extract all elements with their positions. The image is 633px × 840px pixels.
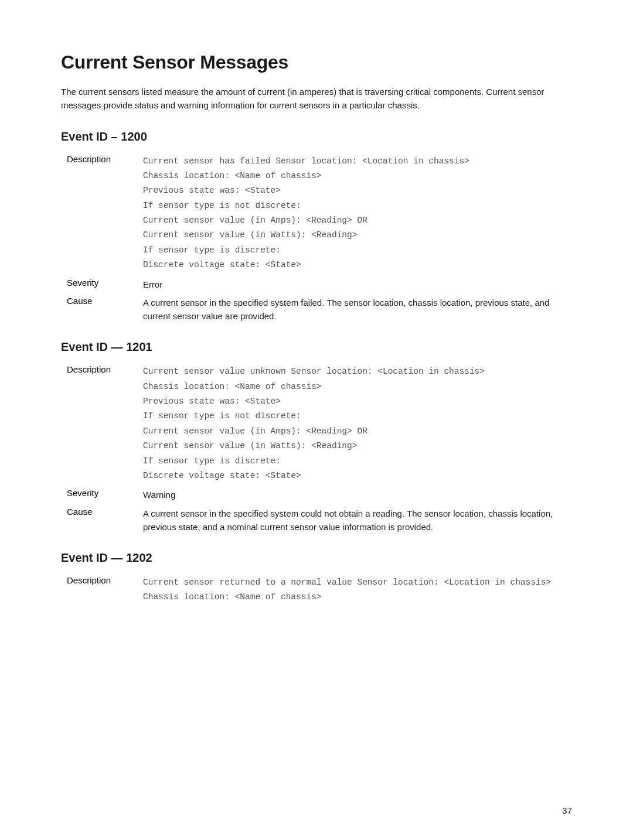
desc-line: Current sensor value unknown Sensor loca… (143, 364, 572, 379)
desc-line: Current sensor value (in Watts): <Readin… (143, 228, 572, 243)
desc-line: Current sensor returned to a normal valu… (143, 575, 572, 590)
event-table-1201: Description Current sensor value unknown… (61, 362, 572, 536)
label-cause: Cause (61, 293, 143, 326)
label-cause: Cause (61, 504, 143, 537)
event-table-1202: Description Current sensor returned to a… (61, 573, 572, 607)
desc-line: Current sensor value (in Watts): <Readin… (143, 439, 572, 453)
value-severity-1201: Warning (143, 486, 572, 504)
desc-line: If sensor type is discrete: (143, 243, 572, 258)
label-description: Description (61, 573, 143, 607)
event-heading-1201: Event ID — 1201 (61, 340, 572, 354)
desc-line: Discrete voltage state: <State> (143, 258, 572, 272)
page-number: 37 (562, 805, 572, 815)
desc-line: Chassis location: <Name of chassis> (143, 169, 572, 183)
desc-line: Chassis location: <Name of chassis> (143, 590, 572, 605)
event-heading-1200: Event ID – 1200 (61, 130, 572, 144)
desc-line: Current sensor has failed Sensor locatio… (143, 154, 572, 169)
desc-line: If sensor type is discrete: (143, 454, 572, 469)
desc-line: If sensor type is not discrete: (143, 409, 572, 424)
value-severity-1200: Error (143, 275, 572, 293)
desc-line: Chassis location: <Name of chassis> (143, 380, 572, 394)
desc-line: Previous state was: <State> (143, 394, 572, 409)
value-description-1201: Current sensor value unknown Sensor loca… (143, 362, 572, 486)
event-table-1200: Description Current sensor has failed Se… (61, 152, 572, 326)
value-cause-1200: A current sensor in the specified system… (143, 293, 572, 326)
label-severity: Severity (61, 486, 143, 504)
value-cause-1201: A current sensor in the specified system… (143, 504, 572, 537)
desc-line: Current sensor value (in Amps): <Reading… (143, 213, 572, 228)
value-description-1202: Current sensor returned to a normal valu… (143, 573, 572, 607)
desc-line: Previous state was: <State> (143, 183, 572, 198)
desc-line: Discrete voltage state: <State> (143, 469, 572, 483)
label-severity: Severity (61, 275, 143, 293)
label-description: Description (61, 362, 143, 486)
desc-line: Current sensor value (in Amps): <Reading… (143, 424, 572, 439)
value-description-1200: Current sensor has failed Sensor locatio… (143, 152, 572, 275)
desc-line: If sensor type is not discrete: (143, 199, 572, 213)
page-title: Current Sensor Messages (61, 52, 572, 73)
intro-paragraph: The current sensors listed measure the a… (61, 85, 572, 112)
label-description: Description (61, 152, 143, 275)
event-heading-1202: Event ID — 1202 (61, 551, 572, 565)
